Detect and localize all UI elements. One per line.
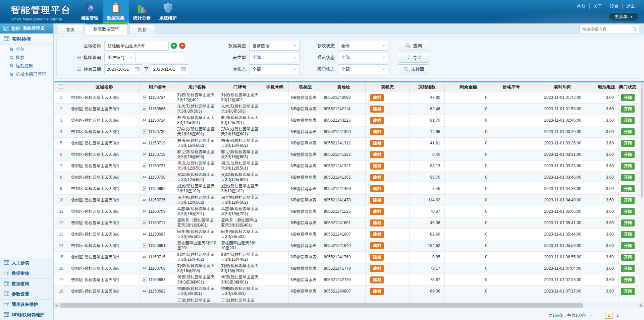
valve-status-select[interactable]: 全部▼	[338, 64, 388, 74]
column-header[interactable]: 表地址	[322, 82, 366, 92]
plus-circle-icon[interactable]: +	[171, 43, 177, 49]
table-row[interactable]: 7 曾都区-碧桂园翠山蓝天3街 11150737 周运忠(碧桂园翠山蓝天3街12…	[54, 160, 644, 172]
link-about[interactable]: 关于	[589, 3, 606, 9]
cell-user-number[interactable]: 11150686	[140, 103, 175, 115]
cell-user-number[interactable]: 11150737	[140, 160, 175, 172]
next-page-button[interactable]: ›	[623, 312, 630, 319]
table-row[interactable]: 2 曾都区-碧桂园翠山蓝天3街 11150686 朱大庆(碧桂园翠山蓝天3街8座…	[54, 103, 644, 115]
tab[interactable]: 抄表数据查询	[85, 23, 128, 35]
tab[interactable]: 首页	[58, 25, 83, 35]
sidebar-bottom-item[interactable]: 参数设置	[0, 289, 53, 299]
sidebar-bottom-item[interactable]: 数据查询	[0, 278, 53, 289]
column-header[interactable]: 区域名称	[69, 82, 140, 92]
link-settings[interactable]: 设置	[606, 3, 622, 9]
column-header[interactable]: 表状态	[366, 82, 410, 92]
nav-item-data-collection[interactable]: 数据采集	[103, 0, 129, 23]
search-icon[interactable]	[630, 25, 639, 33]
fuzzy-query-input[interactable]	[136, 53, 184, 62]
horizontal-scroll-thumb[interactable]	[60, 303, 583, 308]
sidebar-sub-item[interactable]: 全抄	[0, 45, 53, 53]
sidebar-sub-item[interactable]: 机械表阀门管理	[0, 70, 53, 78]
cell-user-number[interactable]: 11150692	[140, 183, 175, 194]
prev-page-button[interactable]: ‹	[596, 312, 603, 319]
column-header[interactable]: 表类型	[289, 82, 322, 92]
meter-status-select[interactable]: 全部▼	[249, 64, 300, 74]
cell-user-number[interactable]: 11150724	[140, 115, 175, 126]
link-skin[interactable]: 换肤	[573, 3, 589, 9]
horizontal-scrollbar[interactable]: ◀ ▶	[54, 303, 644, 308]
sidebar-bottom-item[interactable]: 人工抄表	[0, 258, 53, 268]
table-row[interactable]: 3 曾都区-碧桂园翠山蓝天3街 11150724 殷浩(碧桂园翠山蓝天3街12座…	[54, 115, 644, 126]
meter-type-select[interactable]: 全部▼	[249, 53, 300, 62]
cell-user-number[interactable]: 11150718	[140, 149, 175, 160]
column-header[interactable]: 电池电压	[595, 82, 618, 92]
table-row[interactable]: 15 曾都区-碧桂园翠山蓝天3街 11150715 邹耀东(碧桂园翠山蓝天3街1…	[54, 251, 644, 263]
first-page-button[interactable]: «	[588, 312, 595, 319]
table-row-partial[interactable]: 王俊(碧桂园翠山蓝 王俊(碧桂园翠山蓝	[54, 297, 644, 303]
column-header[interactable]: 门牌号	[219, 82, 261, 92]
table-row[interactable]: 14 曾都区-碧桂园翠山蓝天3街 11150691 碧桂园翠山蓝天3街10座20…	[54, 240, 644, 251]
minus-circle-icon[interactable]: −	[179, 43, 185, 49]
vertical-scrollbar[interactable]: ▲	[640, 82, 644, 303]
column-header[interactable]: 阀门状态	[618, 82, 637, 92]
data-type-select[interactable]: 当前数据▼	[249, 41, 300, 51]
column-header[interactable]: 手机号码	[261, 82, 288, 92]
area-name-input[interactable]	[104, 41, 169, 51]
comm-status-select[interactable]: 全部▼	[338, 53, 388, 62]
column-header[interactable]: 用户名称	[175, 82, 219, 92]
cell-user-number[interactable]: 11150734	[140, 92, 175, 103]
read-status-select[interactable]: 全部▼	[338, 41, 388, 51]
fuzzy-field-select[interactable]: 用户编号▼	[104, 53, 136, 62]
table-row[interactable]: 10 曾都区-碧桂园翠山蓝天3街 11150735 周本智(碧桂园翠山蓝天3街1…	[54, 194, 644, 206]
cell-user-number[interactable]: 11150708	[140, 263, 175, 274]
page-number-button[interactable]: 2	[614, 312, 621, 319]
sidebar-sub-item[interactable]: 批抄	[0, 53, 53, 62]
nav-item-system-maintenance[interactable]: 系统维护	[155, 0, 181, 23]
tab[interactable]: 批抄	[129, 25, 155, 35]
sidebar-bottom-item[interactable]: 数据审核	[0, 268, 53, 278]
main-menu-button[interactable]: 主菜单 ▼	[609, 12, 639, 21]
cell-user-number[interactable]: 11150687	[140, 229, 175, 240]
table-row[interactable]: 9 曾都区-碧桂园翠山蓝天3街 11150692 戚岚(碧桂园翠山蓝天3街10座…	[54, 183, 644, 194]
unread-button[interactable]: 未抄回	[398, 64, 429, 74]
table-row[interactable]: 13 曾都区-碧桂园翠山蓝天3街 11150687 田冬梅(碧桂园翠山蓝天3街8…	[54, 229, 644, 240]
nav-item-statistics[interactable]: 统计分析	[129, 0, 155, 23]
last-page-button[interactable]: »	[632, 312, 639, 319]
scroll-left-icon[interactable]: ◀	[54, 303, 59, 308]
column-header[interactable]: 剩余金额	[445, 82, 492, 92]
cell-user-number[interactable]: 11150719	[140, 137, 175, 149]
column-header[interactable]: 价格序号	[492, 82, 531, 92]
select-all-header[interactable]	[54, 82, 69, 92]
cell-user-number[interactable]: 11150709	[140, 206, 175, 217]
table-row[interactable]: 16 曾都区-碧桂园翠山蓝天3街 11150708 刘俊(碧桂园翠山蓝天3街16…	[54, 263, 644, 274]
sidebar-bottom-item[interactable]: NB物联网表维护	[0, 310, 53, 320]
export-button[interactable]: 导出	[398, 53, 429, 63]
page-number-button[interactable]: 1	[605, 312, 612, 319]
cell-user-number[interactable]: 11150735	[140, 194, 175, 206]
table-row[interactable]: 8 曾都区-碧桂园翠山蓝天3街 11150738 吴军娜(碧桂园翠山蓝天3街12…	[54, 172, 644, 183]
table-row[interactable]: 17 曾都区-碧桂园翠山蓝天3街 11150683 何赟(碧桂园翠山蓝天3街8座…	[54, 274, 644, 285]
table-row[interactable]: 4 曾都区-碧桂园翠山蓝天3街 11150720 彭学义(碧桂园翠山蓝天3街16…	[54, 126, 644, 137]
date-from-input[interactable]: 2023-10-31	[104, 64, 142, 74]
cell-user-number[interactable]: 11150720	[140, 126, 175, 137]
sidebar-section-realtime-reading[interactable]: 实时抄控	[0, 34, 53, 45]
table-row[interactable]: 5 曾都区-碧桂园翠山蓝天3街 11150719 柏伟星(碧桂园翠山蓝天3街16…	[54, 137, 644, 149]
date-to-input[interactable]: 2023-11-01	[151, 64, 189, 74]
cell-user-number[interactable]: 11150717	[140, 217, 175, 229]
sidebar-bottom-item[interactable]: 通用设备维护	[0, 299, 53, 310]
sidebar-sub-item[interactable]: 远程控制	[0, 62, 53, 70]
scroll-right-icon[interactable]: ▶	[639, 303, 644, 308]
vertical-scroll-thumb[interactable]	[641, 87, 643, 198]
table-row[interactable]: 12 曾都区-碧桂园翠山蓝天3街 11150717 孟秋月（碧桂园翠山蓝天3街1…	[54, 217, 644, 229]
table-row[interactable]: 6 曾都区-碧桂园翠山蓝天3街 11150718 郭世强(碧桂园翠山蓝天3街16…	[54, 149, 644, 160]
scroll-up-icon[interactable]: ▲	[640, 82, 644, 87]
cell-user-number[interactable]: 11150691	[140, 240, 175, 251]
cell-user-number[interactable]: 11150683	[140, 274, 175, 285]
nav-item-archive[interactable]: @ 档案管理	[76, 0, 103, 23]
column-header[interactable]: 用户编号	[140, 82, 175, 92]
column-header[interactable]: 实时时间	[531, 82, 595, 92]
cell-user-number[interactable]: 11150738	[140, 172, 175, 183]
link-logout[interactable]: 退出	[622, 3, 639, 9]
cell-user-number[interactable]: 11150682	[140, 285, 175, 297]
table-row[interactable]: 11 曾都区-碧桂园翠山蓝天3街 11150709 马志华(碧桂园翠山蓝天3街1…	[54, 206, 644, 217]
